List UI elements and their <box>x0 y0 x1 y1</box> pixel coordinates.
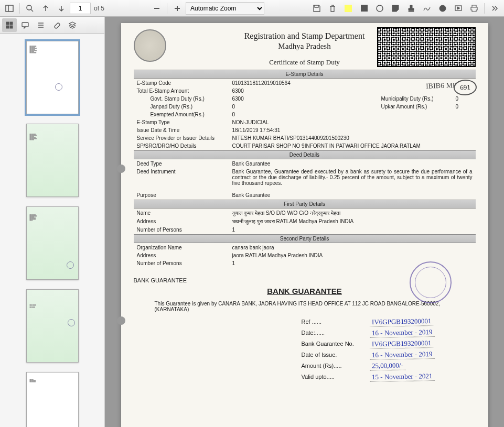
sign-button[interactable] <box>420 2 434 15</box>
svg-rect-14 <box>22 23 28 27</box>
sidebar-tabs <box>0 17 104 34</box>
attachments-tab[interactable] <box>49 18 64 32</box>
sidebar: ████████████████████████████████████████… <box>0 17 105 427</box>
date-line: Date:......16 - November - 2019 <box>302 329 476 337</box>
page-number-input[interactable] <box>70 3 91 14</box>
thumbnail-list[interactable]: ████████████████████████████████████████… <box>0 34 104 427</box>
section-deed: Deed Details <box>134 150 476 159</box>
svg-line-3 <box>31 9 33 12</box>
comments-tab[interactable] <box>18 18 33 32</box>
handwritten-note: IBIB6 MP <box>426 81 457 91</box>
zoom-out-button[interactable] <box>149 2 164 15</box>
emblem-seal-icon <box>134 29 166 62</box>
doc-header: Registration and Stamp Department Madhya… <box>134 31 476 51</box>
valid-line: Valid upto.....15 - November - 2021 <box>302 373 476 381</box>
more-button[interactable] <box>487 2 502 15</box>
section-second-party: Second Party Details <box>134 234 476 243</box>
zoom-select[interactable]: Automatic Zoom <box>186 2 264 15</box>
svg-rect-12 <box>6 26 9 28</box>
outline-tab[interactable] <box>34 18 48 32</box>
svg-rect-11 <box>10 22 13 25</box>
layers-tab[interactable] <box>65 18 80 32</box>
main-toolbar: of 5 Automatic Zoom <box>0 0 504 17</box>
delete-button[interactable] <box>325 2 340 15</box>
svg-rect-13 <box>10 26 13 28</box>
thumb-page-4[interactable]: ████ ██████ █████ <box>26 289 79 363</box>
document-viewer[interactable]: Registration and Stamp Department Madhya… <box>105 17 504 427</box>
present-button[interactable] <box>451 2 466 15</box>
main-area: ████████████████████████████████████████… <box>0 17 504 427</box>
guarantee-text: This Guarantee is given by CANARA BANK, … <box>155 301 455 312</box>
print-button[interactable] <box>467 2 481 15</box>
svg-rect-0 <box>6 5 13 12</box>
svg-point-2 <box>27 5 31 10</box>
doi-line: Date of Issue.16 - November - 2019 <box>302 351 476 359</box>
bgno-line: Bank Guarantee No.IV6GPGB193200001 <box>302 340 476 348</box>
palette-button[interactable] <box>435 2 450 15</box>
search-button[interactable] <box>23 2 37 15</box>
barcode-icon <box>377 27 476 67</box>
thumb-page-5[interactable]: █████████████████████ <box>26 372 79 427</box>
shape-square-button[interactable] <box>357 2 371 15</box>
zoom-in-button[interactable] <box>170 2 185 15</box>
section-first-party: First Party Details <box>134 200 476 209</box>
bank-seal-icon <box>410 261 452 303</box>
page-total-label: of 5 <box>94 5 104 12</box>
save-button[interactable] <box>309 2 324 15</box>
amt-line: Amount (Rs).....25,00,000/- <box>302 362 476 370</box>
sidebar-toggle-button[interactable] <box>2 2 17 15</box>
svg-rect-10 <box>6 22 9 25</box>
thumb-page-1[interactable]: ████████████████████████████████████████… <box>26 41 79 114</box>
page-1: Registration and Stamp Department Madhya… <box>121 23 488 427</box>
note-button[interactable] <box>388 2 403 15</box>
estamp-table: E-Stamp Code01013118112019010564 Total E… <box>134 79 476 150</box>
svg-point-7 <box>377 5 383 12</box>
thumb-page-3[interactable]: ████████████████████████████████████████… <box>26 206 79 280</box>
thumb-page-2[interactable]: ████████████████████████████████████████… <box>26 124 79 197</box>
svg-point-8 <box>439 5 446 12</box>
highlight-yellow-button[interactable] <box>341 2 356 15</box>
ref-line: Ref ......IV6GPGB193200001 <box>302 317 476 326</box>
next-page-button[interactable] <box>54 2 69 15</box>
prev-page-button[interactable] <box>38 2 53 15</box>
deed-table: Deed TypeBank Gaurantee Deed InstrumentB… <box>134 159 476 200</box>
first-party-table: Nameकुशल कुमार मेहता S/O D/O W/O C/O नरे… <box>134 209 476 234</box>
shape-circle-button[interactable] <box>372 2 387 15</box>
section-estamp: E-Stamp Details <box>134 70 476 79</box>
thumbnails-tab[interactable] <box>2 18 17 32</box>
stamp-button[interactable] <box>404 2 419 15</box>
